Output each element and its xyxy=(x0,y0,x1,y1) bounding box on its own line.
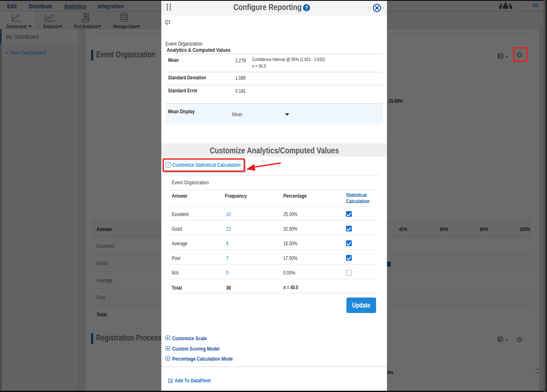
svg-text:?: ? xyxy=(305,5,308,11)
